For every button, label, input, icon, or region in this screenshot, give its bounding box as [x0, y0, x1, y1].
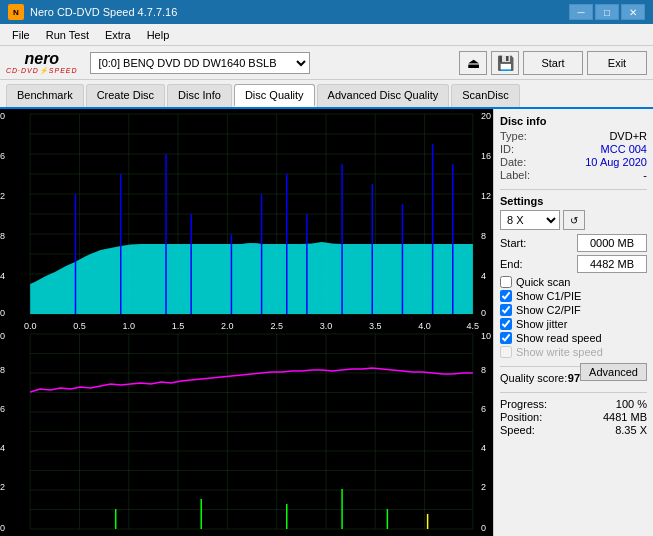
- save-button[interactable]: 💾: [491, 51, 519, 75]
- svg-text:4.0: 4.0: [418, 321, 431, 331]
- show-c1pie-row: Show C1/PIE: [500, 290, 647, 302]
- minimize-button[interactable]: ─: [569, 4, 593, 20]
- advanced-button[interactable]: Advanced: [580, 363, 647, 381]
- svg-text:3.0: 3.0: [320, 321, 333, 331]
- show-read-speed-checkbox[interactable]: [500, 332, 512, 344]
- info-panel: Disc info Type: DVD+R ID: MCC 004 Date: …: [493, 109, 653, 536]
- svg-text:16: 16: [0, 151, 5, 161]
- menu-help[interactable]: Help: [139, 27, 178, 43]
- quality-score-row: Quality score: 97: [500, 372, 580, 384]
- quality-score-val: 97: [568, 372, 580, 384]
- disc-date-row: Date: 10 Aug 2020: [500, 156, 647, 168]
- menu-run-test[interactable]: Run Test: [38, 27, 97, 43]
- svg-text:8: 8: [481, 365, 486, 375]
- svg-text:4: 4: [0, 443, 5, 453]
- title-bar-text: Nero CD-DVD Speed 4.7.7.16: [30, 6, 177, 18]
- tab-scandisc[interactable]: ScanDisc: [451, 84, 519, 107]
- svg-text:12: 12: [0, 191, 5, 201]
- svg-text:3.5: 3.5: [369, 321, 382, 331]
- show-jitter-checkbox[interactable]: [500, 318, 512, 330]
- speed-label: Speed:: [500, 424, 535, 436]
- tab-benchmark[interactable]: Benchmark: [6, 84, 84, 107]
- title-bar-buttons: ─ □ ✕: [569, 4, 645, 20]
- position-label: Position:: [500, 411, 542, 423]
- show-c2pif-label: Show C2/PIF: [516, 304, 581, 316]
- start-row: Start:: [500, 234, 647, 252]
- disc-type-key: Type:: [500, 130, 527, 142]
- settings-label: Settings: [500, 195, 647, 207]
- tab-create-disc[interactable]: Create Disc: [86, 84, 165, 107]
- progress-val: 100 %: [616, 398, 647, 410]
- svg-text:8: 8: [481, 231, 486, 241]
- svg-text:0: 0: [0, 308, 5, 318]
- svg-text:16: 16: [481, 151, 491, 161]
- start-input[interactable]: [577, 234, 647, 252]
- title-bar-left: N Nero CD-DVD Speed 4.7.7.16: [8, 4, 177, 20]
- tab-disc-info[interactable]: Disc Info: [167, 84, 232, 107]
- nero-logo: nero CD·DVD⚡SPEED: [6, 51, 78, 75]
- disc-label-val: -: [643, 169, 647, 181]
- progress-label: Progress:: [500, 398, 547, 410]
- svg-text:12: 12: [481, 191, 491, 201]
- show-write-speed-checkbox[interactable]: [500, 346, 512, 358]
- progress-section: Progress: 100 % Position: 4481 MB Speed:…: [500, 398, 647, 436]
- disc-info-section: Disc info Type: DVD+R ID: MCC 004 Date: …: [500, 115, 647, 181]
- show-c1pie-label: Show C1/PIE: [516, 290, 581, 302]
- end-row: End:: [500, 255, 647, 273]
- show-c2pif-checkbox[interactable]: [500, 304, 512, 316]
- show-write-speed-label: Show write speed: [516, 346, 603, 358]
- tabs: Benchmark Create Disc Disc Info Disc Qua…: [0, 80, 653, 109]
- disc-id-row: ID: MCC 004: [500, 143, 647, 155]
- svg-text:10: 10: [0, 331, 5, 341]
- speed-row-2: Speed: 8.35 X: [500, 424, 647, 436]
- drive-selector[interactable]: [0:0] BENQ DVD DD DW1640 BSLB: [90, 52, 310, 74]
- menu-bar: File Run Test Extra Help: [0, 24, 653, 46]
- tab-disc-quality[interactable]: Disc Quality: [234, 84, 315, 107]
- speed-selector[interactable]: 8 X: [500, 210, 560, 230]
- speed-val: 8.35 X: [615, 424, 647, 436]
- svg-text:8: 8: [0, 231, 5, 241]
- start-button[interactable]: Start: [523, 51, 583, 75]
- menu-file[interactable]: File: [4, 27, 38, 43]
- svg-text:2: 2: [0, 482, 5, 492]
- toolbar: nero CD·DVD⚡SPEED [0:0] BENQ DVD DD DW16…: [0, 46, 653, 80]
- position-row: Position: 4481 MB: [500, 411, 647, 423]
- show-read-speed-label: Show read speed: [516, 332, 602, 344]
- nero-sub-text: CD·DVD⚡SPEED: [6, 67, 78, 75]
- disc-type-val: DVD+R: [609, 130, 647, 142]
- svg-text:8: 8: [0, 365, 5, 375]
- bottom-chart: 10 8 6 4 2 0 10 8 6 4 2 0 0.0 0.5 1.0 1.…: [0, 331, 491, 536]
- eject-button[interactable]: ⏏: [459, 51, 487, 75]
- drive-select-area: [0:0] BENQ DVD DD DW1640 BSLB: [90, 52, 455, 74]
- end-input[interactable]: [577, 255, 647, 273]
- svg-text:4: 4: [0, 271, 5, 281]
- nero-logo-text: nero: [24, 51, 59, 67]
- disc-date-key: Date:: [500, 156, 526, 168]
- tab-advanced-disc-quality[interactable]: Advanced Disc Quality: [317, 84, 450, 107]
- svg-text:4.5: 4.5: [467, 321, 480, 331]
- disc-label-key: Label:: [500, 169, 530, 181]
- show-c1pie-checkbox[interactable]: [500, 290, 512, 302]
- charts-svg: 20 16 12 8 4 0 20 16 12 8 4 0 0.0 0.5 1.…: [0, 109, 493, 536]
- maximize-button[interactable]: □: [595, 4, 619, 20]
- svg-text:20: 20: [481, 111, 491, 121]
- progress-row: Progress: 100 %: [500, 398, 647, 410]
- title-bar: N Nero CD-DVD Speed 4.7.7.16 ─ □ ✕: [0, 0, 653, 24]
- close-button[interactable]: ✕: [621, 4, 645, 20]
- disc-id-val: MCC 004: [601, 143, 647, 155]
- disc-type-row: Type: DVD+R: [500, 130, 647, 142]
- svg-text:2.0: 2.0: [221, 321, 234, 331]
- start-label: Start:: [500, 237, 526, 249]
- refresh-button[interactable]: ↺: [563, 210, 585, 230]
- exit-button[interactable]: Exit: [587, 51, 647, 75]
- svg-text:0: 0: [481, 308, 486, 318]
- quick-scan-checkbox[interactable]: [500, 276, 512, 288]
- svg-text:4: 4: [481, 443, 486, 453]
- quality-score-label: Quality score:: [500, 372, 567, 384]
- svg-text:1.0: 1.0: [122, 321, 135, 331]
- svg-text:0: 0: [481, 523, 486, 533]
- settings-section: Settings 8 X ↺ Start: End: Quick scan: [500, 195, 647, 358]
- svg-text:0.0: 0.0: [24, 321, 37, 331]
- menu-extra[interactable]: Extra: [97, 27, 139, 43]
- svg-text:0: 0: [0, 523, 5, 533]
